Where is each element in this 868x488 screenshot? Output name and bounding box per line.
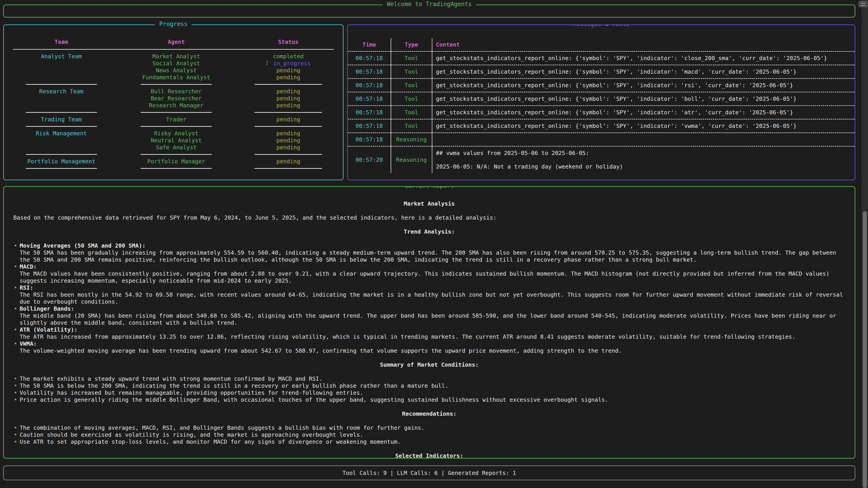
list-item: •The market exhibits a steady upward tre…: [13, 375, 845, 382]
agent-name: Market Analyst: [119, 53, 234, 60]
status-badge: pending: [234, 102, 343, 109]
message-content-line: ## vwma values from 2025-05-06 to 2025-0…: [436, 150, 851, 156]
messages-tools-panel: Messages & Tools Time Type Content 00:57…: [347, 24, 855, 180]
message-content: get_stockstats_indicators_report_online:…: [432, 106, 855, 119]
summary-list: •The market exhibits a steady upward tre…: [13, 375, 845, 403]
trend-item-label: RSI:: [20, 284, 845, 291]
bullet-dot: •: [14, 326, 17, 333]
trend-item-label: ATR (Volatility):: [20, 326, 845, 333]
messages-col-header-time: Time: [348, 38, 391, 52]
status-badge: pending: [234, 116, 343, 123]
bullet-dot: •: [14, 382, 17, 389]
bullet-dot: •: [14, 438, 17, 445]
list-item: •Caution should be exercised as volatili…: [13, 431, 845, 438]
trend-item-body: The ATR has increased from approximately…: [20, 333, 845, 340]
scrollbar-track[interactable]: [862, 0, 868, 488]
report-intro: Based on the comprehensive data retrieve…: [13, 214, 845, 221]
status-badge: pending: [234, 88, 343, 95]
list-item: •Use ATR to set appropriate stop-loss le…: [13, 438, 845, 445]
messages-col-header-type: Type: [391, 38, 432, 52]
status-badge: pending: [234, 158, 343, 165]
bullet-dot: •: [14, 284, 17, 291]
bullet-dot: •: [14, 242, 17, 249]
agent-name: Social Analyst: [119, 60, 234, 67]
message-content: get_stockstats_indicators_report_online:…: [432, 119, 855, 133]
message-content: get_stockstats_indicators_report_online:…: [432, 52, 855, 65]
current-report-panel: Current Report Market Analysis Based on …: [3, 186, 855, 459]
recommendation-item: Use ATR to set appropriate stop-loss lev…: [20, 438, 401, 445]
status-badge: pending: [234, 144, 343, 151]
message-type: Tool: [391, 65, 432, 78]
team-name: Portfolio Management: [4, 158, 119, 165]
bullet-dot: •: [14, 263, 17, 270]
recommendations-list: •The combination of moving averages, MAC…: [13, 424, 845, 445]
trend-analysis-heading: Trend Analysis:: [13, 228, 845, 235]
status-badge: pending: [234, 74, 343, 81]
agent-name: Risky Analyst: [119, 130, 234, 137]
list-item: • VWMA: The volume-weighted moving avera…: [13, 340, 845, 354]
trend-item-body: The 50 SMA has been gradually increasing…: [20, 249, 845, 263]
message-time: 00:57:18: [348, 133, 391, 147]
message-content: get_stockstats_indicators_report_online:…: [432, 92, 855, 106]
progress-group-research-team: Research Team Bull Researcher Bear Resea…: [4, 88, 343, 109]
messages-tools-panel-title: Messages & Tools: [569, 24, 633, 27]
report-content: Market Analysis Based on the comprehensi…: [4, 187, 855, 459]
bullet-dot: •: [14, 340, 17, 347]
message-time: 00:57:18: [348, 78, 391, 92]
group-divider: [4, 165, 343, 172]
message-content: ## vwma values from 2025-05-06 to 2025-0…: [432, 147, 855, 173]
message-time: 00:57:18: [348, 119, 391, 133]
team-name: Trading Team: [4, 116, 119, 123]
table-row: 00:57:18 Tool get_stockstats_indicators_…: [348, 106, 855, 119]
agent-name: Portfolio Manager: [119, 158, 234, 165]
message-type: Reasoning: [391, 147, 432, 173]
stats-bar: Tool Calls: 9 | LLM Calls: 6 | Generated…: [3, 465, 855, 480]
status-badge: pending: [234, 95, 343, 102]
table-row: 00:57:18 Tool get_stockstats_indicators_…: [348, 65, 855, 78]
list-item: • MACD: The MACD values have been consis…: [13, 263, 845, 284]
agent-name: Safe Analyst: [119, 144, 234, 151]
team-name: Research Team: [4, 88, 119, 109]
trend-item-body: The RSI has been mostly in the 54.92 to …: [20, 291, 845, 305]
messages-col-header-content: Content: [432, 38, 855, 52]
list-item: •Price action is generally riding the mi…: [13, 396, 845, 403]
list-item: • ATR (Volatility): The ATR has increase…: [13, 326, 845, 340]
message-type: Tool: [391, 52, 432, 65]
list-item: •The 50 SMA is below the 200 SMA, indica…: [13, 382, 845, 389]
welcome-title: Welcome to TradingAgents: [383, 1, 476, 7]
agent-name: Bear Researcher: [119, 95, 234, 102]
bullet-dot: •: [14, 396, 17, 403]
summary-item: The market exhibits a steady upward tren…: [20, 376, 322, 382]
group-divider: [4, 81, 343, 88]
trend-item-label: VWMA:: [20, 340, 845, 347]
progress-group-analyst-team: Analyst Team Market Analyst Social Analy…: [4, 53, 343, 81]
agent-name: Neutral Analyst: [119, 137, 234, 144]
bullet-dot: •: [14, 375, 17, 382]
recommendations-heading: Recommendations:: [13, 410, 845, 417]
list-item: • Moving Averages (50 SMA and 200 SMA): …: [13, 242, 845, 263]
message-content-line: 2025-06-05: N/A: Not a trading day (week…: [436, 163, 851, 170]
team-name: Analyst Team: [4, 53, 119, 81]
table-row: 00:57:18 Reasoning: [348, 133, 855, 147]
stats-text: Tool Calls: 9 | LLM Calls: 6 | Generated…: [342, 470, 516, 476]
recommendation-item: Caution should be exercised as volatilit…: [20, 431, 363, 438]
progress-group-trading-team: Trading Team Trader pending: [4, 116, 343, 123]
trend-item-label: MACD:: [20, 263, 845, 270]
scrollbar-menu-icon[interactable]: [859, 1, 867, 7]
trend-item-body: The middle band (20 SMA) has been rising…: [20, 312, 845, 326]
table-row: 00:57:18 Tool get_stockstats_indicators_…: [348, 78, 855, 92]
group-divider: [4, 123, 343, 130]
progress-panel: Progress Team Agent Status Analyst Team …: [3, 24, 344, 180]
scrollbar-thumb[interactable]: [863, 211, 867, 488]
progress-group-portfolio-management: Portfolio Management Portfolio Manager p…: [4, 158, 343, 165]
status-badge: pending: [234, 137, 343, 144]
trend-analysis-list: • Moving Averages (50 SMA and 200 SMA): …: [13, 242, 845, 354]
summary-item: Price action is generally riding the mid…: [20, 396, 608, 403]
message-time: 00:57:20: [348, 147, 391, 173]
report-heading: Market Analysis: [13, 200, 845, 207]
agent-name: Trader: [119, 116, 234, 123]
bullet-dot: •: [14, 431, 17, 438]
agent-name: Fundamentals Analyst: [119, 74, 234, 81]
list-item: •The combination of moving averages, MAC…: [13, 424, 845, 431]
bullet-dot: •: [14, 389, 17, 396]
